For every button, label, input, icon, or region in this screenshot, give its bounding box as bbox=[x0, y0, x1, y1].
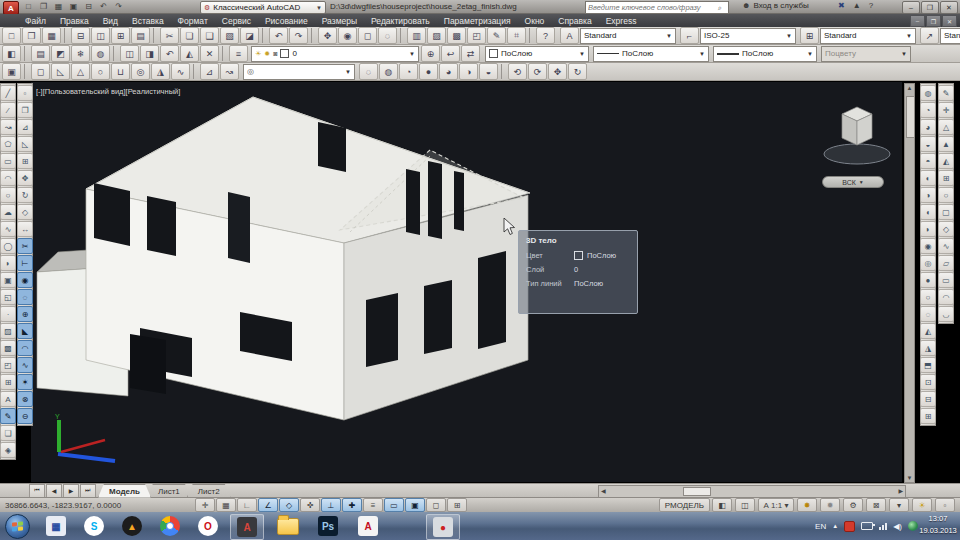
sphere-icon[interactable]: ○ bbox=[91, 63, 110, 80]
model-space-icon[interactable]: ◧ bbox=[712, 498, 732, 512]
layer-merge-icon[interactable]: ◭ bbox=[180, 45, 199, 62]
menu-сервис[interactable]: Сервис bbox=[215, 14, 258, 27]
tpy-icon[interactable]: ▭ bbox=[384, 498, 404, 512]
quickcalc-icon[interactable]: ⌗ bbox=[507, 27, 526, 44]
doc-restore-button[interactable]: ❐ bbox=[926, 15, 941, 27]
taskbar-app-adobe-reader[interactable]: A bbox=[352, 514, 384, 538]
rotate-icon[interactable]: ↻ bbox=[17, 187, 33, 203]
pyramid-icon[interactable]: ◮ bbox=[151, 63, 170, 80]
mleader-style-icon[interactable]: ↗ bbox=[920, 27, 939, 44]
rotate-face-icon[interactable]: ◖ bbox=[920, 204, 936, 220]
match-2-icon[interactable]: ◪ bbox=[240, 27, 259, 44]
tab-nav-2[interactable]: ▶ bbox=[63, 484, 79, 498]
3d-array-icon[interactable]: ⊞ bbox=[938, 170, 954, 186]
menu-окно[interactable]: Окно bbox=[518, 14, 552, 27]
wireframe-icon[interactable]: ◍ bbox=[379, 63, 398, 80]
anno-autoscale-icon[interactable]: ✹ bbox=[820, 498, 840, 512]
shell-icon[interactable]: ⬒ bbox=[920, 357, 936, 373]
table-icon[interactable]: ⊞ bbox=[0, 374, 16, 390]
language-indicator[interactable]: EN bbox=[815, 522, 826, 531]
extrude-icon[interactable]: ⊿ bbox=[200, 63, 219, 80]
menu-размеры[interactable]: Размеры bbox=[315, 14, 364, 27]
3d-move-icon[interactable]: △ bbox=[938, 119, 954, 135]
array-icon[interactable]: ⊞ bbox=[17, 153, 33, 169]
viewcube-wcs-button[interactable]: ВСК▼ bbox=[822, 176, 884, 188]
workspace-gear-icon[interactable]: ⚙ bbox=[843, 498, 863, 512]
slice-icon[interactable]: ⊟ bbox=[920, 391, 936, 407]
tab-nav-1[interactable]: ◀ bbox=[46, 484, 62, 498]
make-block-icon[interactable]: ◱ bbox=[0, 289, 16, 305]
tab-nav-0[interactable]: ⏮ bbox=[29, 484, 45, 498]
tool-palettes-icon[interactable]: ▩ bbox=[447, 27, 466, 44]
intersect-icon[interactable]: ◕ bbox=[920, 119, 936, 135]
line-icon[interactable]: ╱ bbox=[0, 85, 16, 101]
layer-properties-icon[interactable]: ≡ bbox=[229, 45, 248, 62]
pan-icon[interactable]: ✥ bbox=[318, 27, 337, 44]
insert-block-icon[interactable]: ▣ bbox=[0, 272, 16, 288]
status-menu-icon[interactable]: ▾ bbox=[889, 498, 909, 512]
taskbar-app-photoshop[interactable]: Ps bbox=[312, 514, 344, 538]
scale-icon[interactable]: ◇ bbox=[17, 204, 33, 220]
move-icon[interactable]: ✥ bbox=[17, 170, 33, 186]
taskbar-app-media-recorder[interactable]: ● bbox=[426, 514, 460, 540]
annotation-scale-button[interactable]: А 1:1 ▾ bbox=[758, 498, 794, 512]
sketchy-icon[interactable]: ◒ bbox=[479, 63, 498, 80]
cut-icon[interactable]: ✂ bbox=[160, 27, 179, 44]
revolve-icon[interactable]: ▱ bbox=[938, 255, 954, 271]
break-icon[interactable]: ◌ bbox=[17, 289, 33, 305]
mleader-style-dropdown[interactable]: Standard▼ bbox=[940, 28, 960, 44]
ortho-icon[interactable]: ∟ bbox=[237, 498, 257, 512]
clean-icon[interactable]: ◭ bbox=[920, 323, 936, 339]
cone-icon[interactable]: △ bbox=[71, 63, 90, 80]
lightbulb-icon[interactable]: ☀ bbox=[912, 498, 932, 512]
explode-icon[interactable]: ✶ bbox=[17, 374, 33, 390]
taskbar-app-autocad[interactable]: A bbox=[230, 514, 264, 540]
toolbar-lock-icon[interactable]: ⊠ bbox=[866, 498, 886, 512]
sheetset-icon[interactable]: ◰ bbox=[467, 27, 486, 44]
trim-icon[interactable]: ✂ bbox=[17, 238, 33, 254]
group-icon[interactable]: ❏ bbox=[0, 425, 16, 441]
region-icon[interactable]: ◰ bbox=[0, 357, 16, 373]
layer-prev-icon[interactable]: ↶ bbox=[160, 45, 179, 62]
3d-rotate-icon[interactable]: ▲ bbox=[938, 136, 954, 152]
start-button[interactable] bbox=[5, 514, 30, 539]
rectangle-icon[interactable]: ▭ bbox=[0, 153, 16, 169]
union-icon[interactable]: ◍ bbox=[920, 85, 936, 101]
orbit-continuous-icon[interactable]: ⟳ bbox=[528, 63, 547, 80]
signal-icon[interactable] bbox=[879, 523, 887, 530]
layer-states-icon[interactable]: ▤ bbox=[31, 45, 50, 62]
hscroll-left-icon[interactable]: ◀ bbox=[601, 487, 606, 494]
scroll-down-icon[interactable]: ▼ bbox=[905, 475, 914, 481]
redo-icon[interactable]: ↷ bbox=[289, 27, 308, 44]
arc-tool-icon[interactable]: ◠ bbox=[938, 289, 954, 305]
measure-icon[interactable]: ◈ bbox=[0, 442, 16, 458]
subtract-icon[interactable]: ◔ bbox=[920, 102, 936, 118]
taskbar-app-total-commander[interactable]: ▦ bbox=[40, 514, 72, 538]
box-icon[interactable]: ◻ bbox=[31, 63, 50, 80]
join-icon[interactable]: ⊕ bbox=[17, 306, 33, 322]
viewport-label[interactable]: [-][Пользовательский вид][Реалистичный] bbox=[36, 87, 180, 96]
binoculars-icon[interactable]: ⌕ bbox=[718, 4, 722, 12]
taskbar-app-chrome[interactable] bbox=[154, 514, 186, 538]
dim-style-icon[interactable]: ⌐ bbox=[680, 27, 699, 44]
save-icon[interactable]: ▦ bbox=[42, 27, 61, 44]
plot-preview-icon[interactable]: ◫ bbox=[91, 27, 110, 44]
copy-edge-icon[interactable]: ● bbox=[920, 272, 936, 288]
delete-face-icon[interactable]: ◑ bbox=[920, 187, 936, 203]
signin-area[interactable]: ☻ Вход в службы bbox=[742, 1, 809, 10]
redo-icon[interactable]: ↷ bbox=[112, 1, 125, 12]
text-icon[interactable]: A bbox=[0, 391, 16, 407]
text-style-dropdown[interactable]: Standard▼ bbox=[580, 28, 676, 44]
tab-модель[interactable]: Модель bbox=[98, 484, 151, 498]
house-3d-model[interactable] bbox=[30, 81, 903, 483]
recorder-tray-icon[interactable] bbox=[844, 521, 855, 532]
revision-cloud-icon[interactable]: ☁ bbox=[0, 204, 16, 220]
swivel-icon[interactable]: ↻ bbox=[568, 63, 587, 80]
zoom-previous-icon[interactable]: ◌ bbox=[378, 27, 397, 44]
dim-style-dropdown[interactable]: ISO-25▼ bbox=[700, 28, 796, 44]
paste-icon[interactable]: ❑ bbox=[200, 27, 219, 44]
tab-лист1[interactable]: Лист1 bbox=[147, 484, 191, 498]
help-icon[interactable]: ? bbox=[869, 1, 873, 10]
help-icon[interactable]: ? bbox=[536, 27, 555, 44]
separate-icon[interactable]: ◮ bbox=[920, 340, 936, 356]
